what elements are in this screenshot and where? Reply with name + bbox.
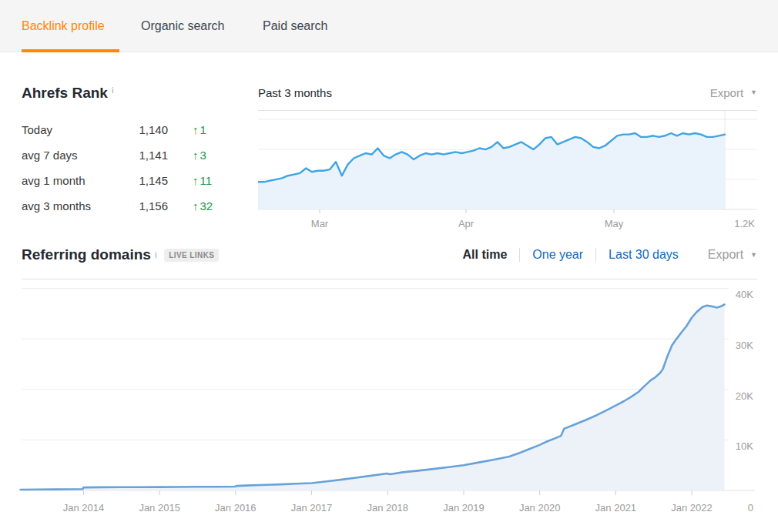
rank-delta-value: 3 bbox=[200, 149, 206, 162]
rank-row-delta: ↑3 bbox=[193, 149, 206, 162]
rank-row-avg-1-month: avg 1 month 1,145 ↑11 bbox=[22, 168, 222, 193]
y-axis-label: 40K bbox=[736, 289, 753, 300]
up-arrow-icon: ↑ bbox=[193, 199, 199, 212]
referring-export-button[interactable]: Export▼ bbox=[708, 248, 757, 262]
tab-organic-search[interactable]: Organic search bbox=[141, 0, 225, 52]
x-axis-label: Jan 2017 bbox=[291, 502, 333, 514]
up-arrow-icon: ↑ bbox=[193, 149, 199, 162]
rank-row-avg-3-months: avg 3 months 1,156 ↑32 bbox=[22, 193, 222, 219]
rank-row-avg-7-days: avg 7 days 1,141 ↑3 bbox=[22, 142, 222, 168]
referring-domains-header: Referring domainsi LIVE LINKS All time O… bbox=[22, 242, 757, 268]
x-axis-label: Jan 2016 bbox=[215, 502, 257, 514]
caret-down-icon: ▼ bbox=[750, 251, 757, 259]
rank-row-value: 1,141 bbox=[112, 149, 168, 162]
rank-row-delta: ↑1 bbox=[193, 123, 206, 136]
x-axis-label: May bbox=[605, 218, 624, 229]
y-axis-label: 1.2K bbox=[734, 218, 755, 229]
tab-bar: Backlink profile Organic search Paid sea… bbox=[0, 0, 778, 52]
tab-paid-search[interactable]: Paid search bbox=[263, 0, 328, 52]
x-axis-label: Jan 2018 bbox=[367, 502, 408, 514]
rank-chart-export-button[interactable]: Export▼ bbox=[710, 86, 757, 99]
rank-row-delta: ↑32 bbox=[193, 199, 213, 212]
referring-domains-chart[interactable]: Jan 2014Jan 2015Jan 2016Jan 2017Jan 2018… bbox=[0, 279, 778, 519]
rank-chart[interactable]: MarAprMay1.2K bbox=[258, 110, 757, 233]
y-axis-label: 0 bbox=[748, 502, 753, 514]
active-tab-underline bbox=[22, 49, 119, 52]
referring-domains-title: Referring domains bbox=[22, 246, 151, 263]
y-axis-label: 30K bbox=[736, 340, 753, 351]
x-axis-label: Jan 2019 bbox=[443, 502, 485, 514]
rank-row-label: Today bbox=[22, 123, 112, 136]
x-axis-label: Jan 2022 bbox=[671, 502, 713, 514]
live-links-badge: LIVE LINKS bbox=[164, 249, 219, 262]
filter-divider bbox=[595, 248, 596, 262]
rank-chart-title: Past 3 months bbox=[258, 86, 332, 99]
info-icon[interactable]: i bbox=[112, 85, 113, 95]
rank-row-value: 1,140 bbox=[112, 123, 168, 136]
rank-chart-header: Past 3 months Export▼ bbox=[258, 80, 757, 105]
x-axis-label: Jan 2020 bbox=[519, 502, 561, 514]
domains-area bbox=[21, 305, 725, 491]
filter-divider bbox=[519, 248, 520, 262]
up-arrow-icon: ↑ bbox=[193, 174, 199, 187]
export-label: Export bbox=[708, 248, 743, 262]
rank-row-label: avg 3 months bbox=[22, 199, 112, 212]
tab-backlink-profile[interactable]: Backlink profile bbox=[22, 0, 105, 52]
info-icon[interactable]: i bbox=[155, 250, 156, 259]
rank-delta-value: 11 bbox=[200, 174, 213, 187]
y-axis-label: 20K bbox=[736, 390, 753, 402]
ahrefs-dashboard: Backlink profile Organic search Paid sea… bbox=[0, 0, 778, 532]
rank-row-delta: ↑11 bbox=[193, 174, 212, 187]
x-axis-label: Apr bbox=[458, 218, 475, 229]
rank-row-today: Today 1,140 ↑1 bbox=[22, 117, 222, 142]
export-label: Export bbox=[710, 86, 743, 99]
x-axis-label: Jan 2015 bbox=[139, 502, 180, 514]
caret-down-icon: ▼ bbox=[750, 89, 757, 96]
up-arrow-icon: ↑ bbox=[193, 123, 199, 136]
ahrefs-rank-section: Ahrefs Ranki bbox=[22, 79, 113, 101]
rank-row-value: 1,156 bbox=[112, 199, 168, 212]
x-axis-label: Jan 2021 bbox=[595, 502, 637, 514]
rank-row-label: avg 1 month bbox=[22, 174, 112, 187]
filter-last-30-days[interactable]: Last 30 days bbox=[609, 248, 679, 262]
filter-one-year[interactable]: One year bbox=[532, 248, 583, 262]
x-axis-label: Jan 2014 bbox=[63, 502, 105, 514]
rank-area bbox=[258, 133, 725, 209]
y-axis-label: 10K bbox=[736, 440, 753, 452]
rank-row-label: avg 7 days bbox=[22, 149, 112, 162]
rank-delta-value: 32 bbox=[200, 199, 213, 212]
filter-all-time[interactable]: All time bbox=[462, 248, 507, 262]
rank-row-value: 1,145 bbox=[112, 174, 168, 187]
ahrefs-rank-title: Ahrefs Rank bbox=[22, 85, 108, 101]
x-axis-label: Mar bbox=[311, 218, 329, 229]
rank-delta-value: 1 bbox=[200, 123, 206, 136]
